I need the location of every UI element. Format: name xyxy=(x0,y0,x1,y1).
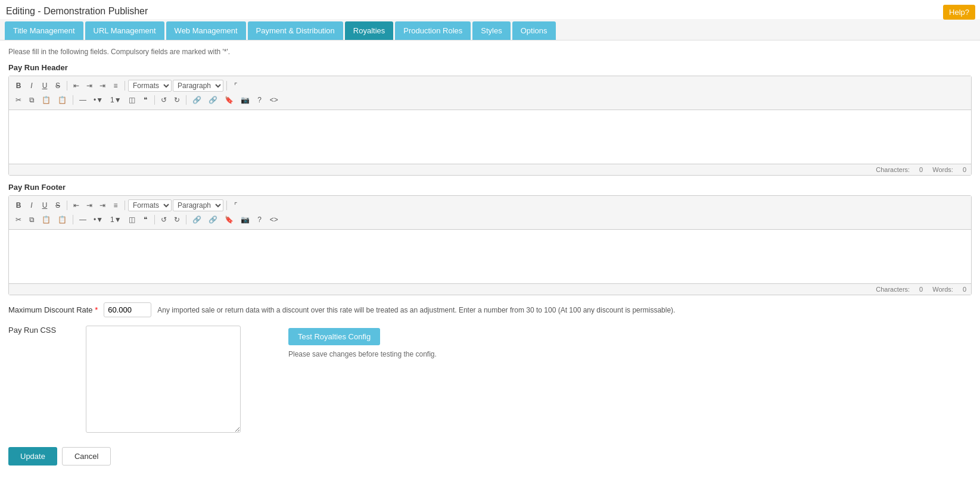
footer-align-center-btn[interactable]: ⇥ xyxy=(83,199,95,211)
underline-btn[interactable]: U xyxy=(39,80,51,92)
header-chars-value: 0 xyxy=(919,166,923,173)
separator xyxy=(186,95,186,105)
main-content: Please fill in the following fields. Com… xyxy=(0,40,980,473)
tab-royalties[interactable]: Royalties xyxy=(345,21,393,40)
tab-production-roles[interactable]: Production Roles xyxy=(395,21,471,40)
unlink-btn[interactable]: 🔗 xyxy=(206,94,220,106)
footer-align-justify-btn[interactable]: ≡ xyxy=(110,199,122,211)
footer-toolbar-row-1: B I U S ⇤ ⇥ ⇥ ≡ Formats Paragraph xyxy=(13,198,967,213)
footer-image-btn[interactable]: 📷 xyxy=(238,214,253,226)
footer-paste-text-btn[interactable]: 📋 xyxy=(55,214,70,226)
pay-run-css-textarea[interactable] xyxy=(86,326,241,433)
footer-bullet-list-btn[interactable]: •▼ xyxy=(91,214,106,226)
footer-clear-format-btn[interactable]: ⌜ xyxy=(230,199,242,211)
footer-paragraph-select[interactable]: Paragraph xyxy=(173,199,223,211)
num-list-btn[interactable]: 1▼ xyxy=(107,94,125,106)
align-right-btn[interactable]: ⇥ xyxy=(97,80,108,92)
max-discount-help: Any imported sale or return data with a … xyxy=(157,306,675,314)
redo-btn[interactable]: ↻ xyxy=(171,94,183,106)
footer-redo-btn[interactable]: ↻ xyxy=(171,214,183,226)
max-discount-label: Maximum Discount Rate * xyxy=(8,305,98,314)
max-discount-input[interactable] xyxy=(104,302,151,317)
footer-bookmark-btn[interactable]: 🔖 xyxy=(222,214,237,226)
test-royalties-config-btn[interactable]: Test Royalties Config xyxy=(288,328,380,345)
pay-run-footer-body[interactable] xyxy=(9,230,971,283)
footer-help-editor-btn[interactable]: ? xyxy=(254,214,266,226)
footer-bold-btn[interactable]: B xyxy=(13,199,24,211)
cut-btn[interactable]: ✂ xyxy=(13,94,24,106)
tab-styles[interactable]: Styles xyxy=(472,21,510,40)
table-btn[interactable]: ◫ xyxy=(126,94,138,106)
paragraph-select[interactable]: Paragraph xyxy=(173,80,223,92)
paste-btn[interactable]: 📋 xyxy=(39,94,54,106)
hr-btn[interactable]: — xyxy=(76,94,89,106)
paste-text-btn[interactable]: 📋 xyxy=(55,94,70,106)
footer-words-label: Words: xyxy=(932,286,953,293)
undo-btn[interactable]: ↺ xyxy=(158,94,170,106)
pay-run-footer-label: Pay Run Footer xyxy=(8,183,972,192)
pay-run-css-label: Pay Run CSS xyxy=(8,326,80,335)
footer-undo-btn[interactable]: ↺ xyxy=(158,214,170,226)
update-button[interactable]: Update xyxy=(8,447,57,465)
footer-strikethrough-btn[interactable]: S xyxy=(52,199,64,211)
separator xyxy=(154,95,155,105)
pay-run-header-editor: B I U S ⇤ ⇥ ⇥ ≡ Formats Paragraph xyxy=(8,76,972,176)
align-justify-btn[interactable]: ≡ xyxy=(110,80,122,92)
required-star: * xyxy=(95,305,98,314)
italic-btn[interactable]: I xyxy=(26,80,38,92)
separator xyxy=(125,81,125,90)
bookmark-btn[interactable]: 🔖 xyxy=(222,94,237,106)
pay-run-footer-stats: Characters: 0 Words: 0 xyxy=(9,283,971,295)
copy-btn[interactable]: ⧉ xyxy=(26,94,38,106)
help-button[interactable]: Help? xyxy=(943,5,975,20)
footer-italic-btn[interactable]: I xyxy=(26,199,38,211)
strikethrough-btn[interactable]: S xyxy=(52,80,64,92)
tab-payment-distribution[interactable]: Payment & Distribution xyxy=(248,21,343,40)
test-config-note: Please save changes before testing the c… xyxy=(288,350,437,358)
help-editor-btn[interactable]: ? xyxy=(254,94,266,106)
tab-title-management[interactable]: Title Management xyxy=(5,21,83,40)
footer-cut-btn[interactable]: ✂ xyxy=(13,214,24,226)
footer-quote-btn[interactable]: ❝ xyxy=(139,214,151,226)
image-btn[interactable]: 📷 xyxy=(238,94,253,106)
footer-align-left-btn[interactable]: ⇤ xyxy=(70,199,82,211)
quote-btn[interactable]: ❝ xyxy=(139,94,151,106)
footer-source-btn[interactable]: <> xyxy=(267,214,281,226)
pay-run-header-body[interactable] xyxy=(9,110,971,164)
footer-unlink-btn[interactable]: 🔗 xyxy=(206,214,220,226)
footer-copy-btn[interactable]: ⧉ xyxy=(26,214,38,226)
footer-chars-label: Characters: xyxy=(876,286,910,293)
tab-url-management[interactable]: URL Management xyxy=(85,21,164,40)
cancel-button[interactable]: Cancel xyxy=(62,447,111,465)
separator xyxy=(73,95,73,105)
footer-formats-select[interactable]: Formats xyxy=(128,199,172,211)
clear-format-btn[interactable]: ⌜ xyxy=(230,80,242,92)
footer-align-right-btn[interactable]: ⇥ xyxy=(97,199,108,211)
align-left-btn[interactable]: ⇤ xyxy=(70,80,82,92)
footer-link-btn[interactable]: 🔗 xyxy=(189,214,204,226)
toolbar-row-2: ✂ ⧉ 📋 📋 — •▼ 1▼ ◫ ❝ ↺ ↻ 🔗 🔗 🔖 xyxy=(13,93,967,107)
bullet-list-btn[interactable]: •▼ xyxy=(91,94,106,106)
footer-words-value: 0 xyxy=(963,286,966,293)
bold-btn[interactable]: B xyxy=(13,80,24,92)
nav-tabs: Title Management URL Management Web Mana… xyxy=(0,19,980,40)
tab-web-management[interactable]: Web Management xyxy=(166,21,246,40)
formats-select[interactable]: Formats xyxy=(128,80,172,92)
tab-options[interactable]: Options xyxy=(512,21,556,40)
footer-num-list-btn[interactable]: 1▼ xyxy=(107,214,125,226)
link-btn[interactable]: 🔗 xyxy=(189,94,204,106)
footer-table-btn[interactable]: ◫ xyxy=(126,214,138,226)
footer-underline-btn[interactable]: U xyxy=(39,199,51,211)
pay-run-css-row: Pay Run CSS xyxy=(8,326,241,433)
align-center-btn[interactable]: ⇥ xyxy=(83,80,95,92)
separator xyxy=(154,215,155,224)
pay-run-header-toolbar: B I U S ⇤ ⇥ ⇥ ≡ Formats Paragraph xyxy=(9,76,971,110)
footer-hr-btn[interactable]: — xyxy=(76,214,89,226)
footer-chars-value: 0 xyxy=(919,286,923,293)
footer-paste-btn[interactable]: 📋 xyxy=(39,214,54,226)
header-words-value: 0 xyxy=(963,166,966,173)
css-test-row: Pay Run CSS Test Royalties Config Please… xyxy=(8,326,972,441)
source-btn[interactable]: <> xyxy=(267,94,281,106)
page-title: Editing - Demonstration Publisher xyxy=(0,0,980,19)
separator xyxy=(125,201,125,210)
